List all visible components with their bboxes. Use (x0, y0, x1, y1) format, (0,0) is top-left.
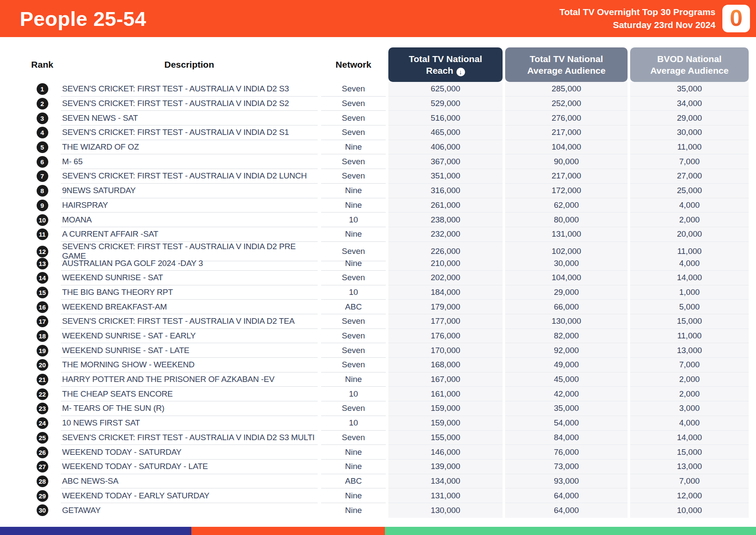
table-body: 1 SEVEN'S CRICKET: FIRST TEST - AUSTRALI… (24, 82, 756, 518)
reach-value: 316,000 (388, 184, 503, 198)
table-row: 16 WEEKEND BREAKFAST-AM ABC 179,000 66,0… (24, 300, 756, 314)
reach-value: 134,000 (388, 474, 503, 489)
bvod-audience-value: 14,000 (630, 431, 749, 445)
table-row: 2 SEVEN'S CRICKET: FIRST TEST - AUSTRALI… (24, 97, 756, 111)
network-value: Nine (321, 198, 386, 213)
network-value: 10 (321, 416, 386, 431)
average-audience-value: 42,000 (505, 387, 628, 401)
program-description: HAIRSPRAY (61, 198, 318, 213)
bvod-audience-value: 20,000 (630, 227, 749, 242)
average-audience-value: 90,000 (505, 154, 628, 169)
network-value: Seven (321, 431, 386, 445)
reach-value: 161,000 (388, 387, 503, 401)
table-row: 29 WEEKEND TODAY - EARLY SATURDAY Nine 1… (24, 488, 756, 503)
reach-value: 184,000 (388, 285, 503, 300)
bvod-audience-value: 2,000 (630, 387, 749, 401)
reach-value: 168,000 (388, 358, 503, 372)
program-description: WEEKEND SUNRISE - SAT - LATE (61, 343, 318, 358)
rank-badge: 23 (37, 403, 48, 414)
bvod-audience-value: 1,000 (630, 285, 749, 300)
average-audience-value: 82,000 (505, 329, 628, 344)
bvod-audience-value: 2,000 (630, 372, 749, 387)
bvod-audience-value: 4,000 (630, 416, 749, 431)
average-audience-column-header[interactable]: Total TV National Average Audience (505, 47, 628, 82)
network-value: Nine (321, 445, 386, 460)
bvod-audience-value: 12,000 (630, 488, 749, 503)
average-audience-value: 30,000 (505, 256, 628, 271)
bvod-audience-value: 11,000 (630, 329, 749, 344)
rank-badge: 19 (37, 345, 48, 357)
network-value: Nine (321, 460, 386, 474)
rank-badge: 16 (37, 301, 48, 313)
program-description: WEEKEND SUNRISE - SAT - EARLY (61, 329, 318, 344)
table-row: 27 WEEKEND TODAY - SATURDAY - LATE Nine … (24, 460, 756, 474)
average-audience-value: 92,000 (505, 343, 628, 358)
reach-value: 529,000 (388, 97, 503, 111)
reach-column-header[interactable]: Total TV National Reach↓ (388, 47, 503, 82)
rank-badge: 2 (37, 98, 48, 110)
rank-badge: 6 (37, 156, 48, 168)
program-description: THE BIG BANG THEORY RPT (61, 285, 318, 300)
rank-badge: 3 (37, 113, 48, 124)
network-value: Nine (321, 227, 386, 242)
rank-badge: 10 (37, 214, 48, 226)
average-audience-value: 35,000 (505, 401, 628, 416)
rank-badge: 18 (37, 330, 48, 342)
network-value: Nine (321, 140, 386, 155)
top30-table: Rank Description Network Total TV Nation… (0, 37, 756, 518)
report-subtitle: Total TV Overnight Top 30 Programs Satur… (559, 6, 715, 31)
reach-value: 516,000 (388, 111, 503, 125)
program-description: WEEKEND TODAY - SATURDAY - LATE (61, 460, 318, 474)
program-description: M- 65 (61, 154, 318, 169)
reach-value: 167,000 (388, 372, 503, 387)
average-audience-value: 276,000 (505, 111, 628, 125)
rank-badge: 20 (37, 359, 48, 371)
network-value: Nine (321, 184, 386, 198)
program-description: WEEKEND TODAY - SATURDAY (61, 445, 318, 460)
average-audience-value: 172,000 (505, 184, 628, 198)
bvod-audience-value: 13,000 (630, 343, 749, 358)
bvod-audience-column-header[interactable]: BVOD National Average Audience (630, 47, 749, 82)
bvod-audience-value: 29,000 (630, 111, 749, 125)
reach-value: 131,000 (388, 488, 503, 503)
program-description: SEVEN'S CRICKET: FIRST TEST - AUSTRALIA … (61, 169, 318, 184)
average-audience-value: 54,000 (505, 416, 628, 431)
table-row: 10 MOANA 10 238,000 80,000 2,000 (24, 213, 756, 227)
bvod-audience-value: 5,000 (630, 300, 749, 314)
average-audience-value: 76,000 (505, 445, 628, 460)
rank-badge: 25 (37, 432, 48, 444)
rank-badge: 1 (37, 83, 48, 95)
average-audience-value: 84,000 (505, 431, 628, 445)
reach-value: 210,000 (388, 256, 503, 271)
bvod-audience-value: 3,000 (630, 401, 749, 416)
reach-value: 177,000 (388, 314, 503, 329)
network-value: 10 (321, 285, 386, 300)
bvod-audience-value: 10,000 (630, 503, 749, 518)
bvod-audience-value: 2,000 (630, 213, 749, 227)
rank-badge: 29 (37, 490, 48, 502)
oztam-logo-glyph: 0 (730, 6, 743, 29)
network-value: Seven (321, 97, 386, 111)
average-audience-value: 93,000 (505, 474, 628, 489)
network-value: Seven (321, 401, 386, 416)
network-value: Seven (321, 125, 386, 140)
table-row: 14 WEEKEND SUNRISE - SAT Seven 202,000 1… (24, 271, 756, 285)
program-description: WEEKEND BREAKFAST-AM (61, 300, 318, 314)
rank-badge: 9 (37, 200, 48, 211)
rank-badge: 22 (37, 388, 48, 400)
average-audience-value: 104,000 (505, 271, 628, 285)
bvod-audience-value: 7,000 (630, 474, 749, 489)
program-description: MOANA (61, 213, 318, 227)
footer-segment-navy (0, 527, 191, 535)
table-row: 7 SEVEN'S CRICKET: FIRST TEST - AUSTRALI… (24, 169, 756, 184)
bvod-audience-value: 13,000 (630, 460, 749, 474)
average-audience-value: 73,000 (505, 460, 628, 474)
reach-value: 130,000 (388, 503, 503, 518)
average-audience-value: 64,000 (505, 503, 628, 518)
program-description: THE WIZARD OF OZ (61, 140, 318, 155)
table-row: 25 SEVEN'S CRICKET: FIRST TEST - AUSTRAL… (24, 431, 756, 445)
description-column-header: Description (61, 59, 318, 70)
network-value: Seven (321, 314, 386, 329)
reach-value: 625,000 (388, 82, 503, 97)
network-column-header: Network (321, 59, 386, 70)
